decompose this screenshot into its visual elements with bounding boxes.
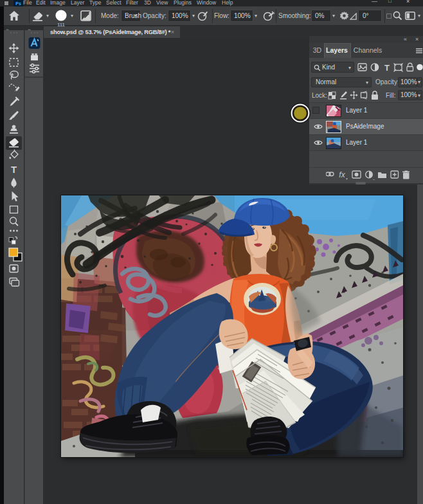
svg-text:111: 111 [57, 22, 66, 26]
svg-text:fx: fx [339, 170, 345, 179]
svg-text:T: T [11, 164, 17, 175]
svg-text:T: T [384, 63, 390, 73]
